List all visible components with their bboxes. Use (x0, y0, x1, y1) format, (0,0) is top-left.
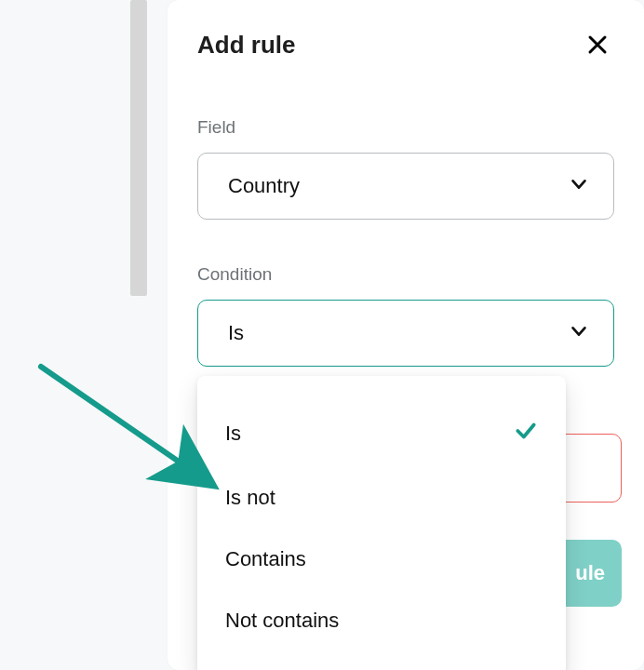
panel-header: Add rule (197, 28, 614, 61)
chevron-down-icon (569, 321, 589, 345)
option-label: Is not (225, 486, 275, 510)
condition-label: Condition (197, 264, 614, 285)
chevron-down-icon (569, 174, 589, 198)
scrollbar-thumb[interactable] (130, 0, 147, 296)
condition-option-not-contains[interactable]: Not contains (197, 590, 566, 651)
panel-title: Add rule (197, 31, 295, 60)
condition-select[interactable]: Is (197, 300, 614, 367)
condition-option-contains[interactable]: Contains (197, 529, 566, 590)
check-icon (514, 419, 538, 449)
condition-dropdown: Is Is not Contains Not contains (197, 376, 566, 670)
close-icon (586, 34, 609, 56)
field-select-value: Country (228, 174, 300, 198)
add-rule-button-label-fragment: ule (575, 561, 605, 585)
field-select[interactable]: Country (197, 153, 614, 220)
left-gutter (0, 0, 158, 670)
option-label: Contains (225, 547, 306, 571)
option-label: Is (225, 422, 241, 446)
condition-option-is[interactable]: Is (197, 400, 566, 467)
condition-select-value: Is (228, 321, 244, 345)
close-button[interactable] (581, 28, 614, 61)
field-label: Field (197, 117, 614, 138)
option-label: Not contains (225, 609, 339, 633)
condition-option-is-not[interactable]: Is not (197, 467, 566, 529)
